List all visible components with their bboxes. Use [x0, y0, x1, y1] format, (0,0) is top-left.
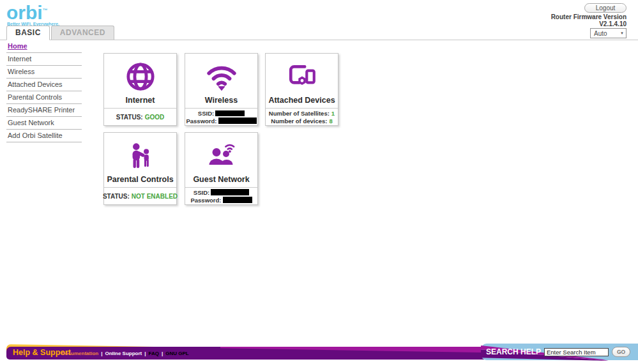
card-parental-controls[interactable]: Parental Controls STATUS: NOT ENABLED	[103, 132, 177, 205]
redacted-ssid	[215, 110, 245, 116]
search-help-group: SEARCH HELP GO	[486, 346, 630, 358]
card-internet[interactable]: Internet STATUS: GOOD	[103, 53, 177, 126]
language-dropdown[interactable]: Auto ▼	[590, 28, 627, 38]
firmware-label: Router Firmware Version	[551, 13, 627, 20]
logout-button[interactable]: Logout	[584, 3, 627, 13]
devices-count: 8	[329, 118, 332, 125]
firmware-number: V2.1.4.10	[551, 20, 627, 27]
card-attached-devices[interactable]: Attached Devices Number of Satellites: 1…	[265, 53, 338, 126]
trademark-symbol: ™	[43, 8, 48, 13]
sidebar-item-attached-devices[interactable]: Attached Devices	[6, 79, 82, 91]
redacted-ssid	[211, 189, 249, 195]
sidebar-item-home[interactable]: Home	[6, 40, 82, 53]
link-documentation[interactable]: Documentation	[61, 351, 98, 356]
card-title: Internet	[104, 96, 176, 105]
ssid-label: SSID:	[198, 110, 214, 117]
status-value: GOOD	[145, 114, 165, 121]
sidebar-item-parental-controls[interactable]: Parental Controls	[6, 91, 82, 104]
link-faq[interactable]: FAQ	[149, 351, 159, 356]
go-button[interactable]: GO	[612, 347, 630, 357]
link-separator: |	[162, 351, 163, 356]
sidebar-item-guest-network[interactable]: Guest Network	[6, 117, 82, 130]
family-icon	[104, 137, 176, 174]
orbi-admin-page: orbi™ Better WiFi. Everywhere. Logout Ro…	[0, 0, 638, 364]
password-label: Password:	[190, 197, 221, 204]
guest-wifi-icon	[185, 137, 257, 174]
chevron-down-icon: ▼	[620, 31, 624, 35]
status-label: STATUS:	[116, 114, 143, 121]
password-label: Password:	[186, 118, 216, 125]
orbi-logo: orbi™	[6, 2, 48, 24]
link-separator: |	[101, 351, 102, 356]
satellites-count: 1	[331, 110, 335, 117]
card-guest-network[interactable]: Guest Network SSID: Password:	[185, 132, 258, 205]
card-title: Guest Network	[185, 175, 257, 184]
internet-status: STATUS: GOOD	[104, 109, 176, 125]
sidebar-item-internet[interactable]: Internet	[6, 53, 82, 66]
ssid-label: SSID:	[194, 189, 209, 196]
guest-credentials: SSID: Password:	[185, 188, 257, 204]
wifi-icon	[185, 58, 257, 95]
card-wireless[interactable]: Wireless SSID: Password:	[185, 53, 258, 126]
link-online-support[interactable]: Online Support	[105, 351, 142, 356]
search-help-label: SEARCH HELP	[486, 347, 541, 356]
footer-links: Documentation | Online Support | FAQ | G…	[61, 351, 189, 356]
help-footer-bar: Help & Support Documentation | Online Su…	[0, 342, 638, 361]
sidebar-nav: Home Internet Wireless Attached Devices …	[6, 40, 82, 142]
link-gnu-gpl[interactable]: GNU GPL	[165, 351, 188, 356]
sidebar-item-add-orbi-satellite[interactable]: Add Orbi Satellite	[6, 130, 82, 142]
devices-icon	[266, 58, 338, 95]
firmware-version: Router Firmware Version V2.1.4.10	[551, 13, 627, 27]
redacted-password	[223, 197, 252, 203]
satellites-label: Number of Satellites:	[269, 110, 330, 117]
language-selected-value: Auto	[594, 30, 607, 37]
status-label: STATUS:	[103, 193, 130, 200]
card-title: Attached Devices	[266, 96, 338, 105]
card-title: Parental Controls	[104, 175, 176, 184]
tab-basic[interactable]: BASIC	[6, 26, 50, 40]
devices-label: Number of devices:	[271, 118, 327, 125]
card-title: Wireless	[185, 96, 257, 105]
link-separator: |	[144, 351, 146, 356]
status-value: NOT ENABLED	[132, 193, 178, 200]
wireless-credentials: SSID: Password:	[185, 109, 257, 125]
sidebar-item-wireless[interactable]: Wireless	[6, 66, 82, 79]
globe-icon	[104, 58, 176, 95]
redacted-password	[218, 118, 257, 124]
mode-tabs: BASIC ADVANCED	[6, 26, 114, 40]
search-help-input[interactable]	[544, 348, 609, 356]
sidebar-item-readyshare-printer[interactable]: ReadySHARE Printer	[6, 104, 82, 117]
attached-devices-counts: Number of Satellites: 1 Number of device…	[266, 109, 338, 125]
parental-status: STATUS: NOT ENABLED	[104, 188, 176, 204]
tab-advanced[interactable]: ADVANCED	[51, 26, 114, 40]
